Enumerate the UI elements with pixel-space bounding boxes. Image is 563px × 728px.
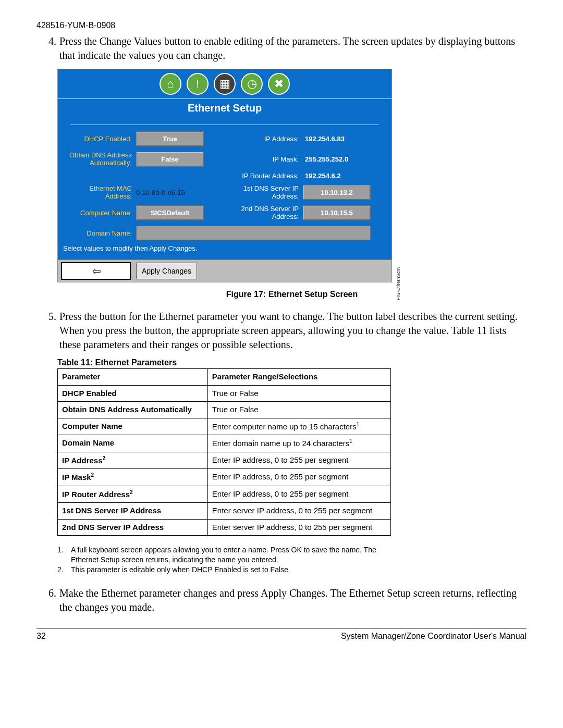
param-name: IP Address2: [58, 452, 208, 469]
param-range: Enter IP address, 0 to 255 per segment: [207, 469, 390, 486]
dns2-label: 2nd DNS Server IP Address:: [225, 205, 303, 220]
footnote: 2.This parameter is editable only when D…: [57, 565, 391, 575]
figure-block: ⌂ ! ▦ ◷ ✖ Ethernet Setup DHCP Enabled: T…: [57, 69, 527, 299]
col-range: Parameter Range/Selections: [207, 369, 390, 386]
ip-router-label: IP Router Address:: [225, 172, 303, 180]
ip-mask-label: IP Mask:: [225, 155, 303, 163]
step-6: 6. Make the Ethernet parameter changes a…: [36, 586, 527, 614]
param-range: Enter IP address, 0 to 255 per segment: [207, 486, 390, 503]
param-range: Enter server IP address, 0 to 255 per se…: [207, 503, 390, 520]
screen-bottom-bar: ⇦ Apply Changes: [58, 260, 391, 282]
arrow-left-icon: ⇦: [92, 266, 100, 276]
footnotes: 1.A full keyboard screen appears allowin…: [57, 545, 391, 575]
ethernet-setup-screen: ⌂ ! ▦ ◷ ✖ Ethernet Setup DHCP Enabled: T…: [57, 69, 392, 282]
table-row: IP Mask2Enter IP address, 0 to 255 per s…: [58, 469, 391, 486]
domain-name-label: Domain Name:: [63, 229, 136, 237]
param-name: IP Mask2: [58, 469, 208, 486]
table-row: DHCP EnabledTrue or False: [58, 385, 391, 402]
table-row: IP Router Address2Enter IP address, 0 to…: [58, 486, 391, 503]
step-number: 6.: [36, 586, 59, 614]
param-name: Computer Name: [58, 418, 208, 435]
ip-address-value: 192.254.6.83: [303, 135, 371, 143]
param-range: Enter IP address, 0 to 255 per segment: [207, 452, 390, 469]
param-range: True or False: [207, 385, 390, 402]
ip-router-value: 192.254.6.2: [303, 172, 371, 180]
table-row: Obtain DNS Address AutomaticallyTrue or …: [58, 402, 391, 418]
document-id: 428516-YUM-B-0908: [36, 21, 527, 30]
footnote: 1.A full keyboard screen appears allowin…: [57, 545, 391, 565]
step-5: 5. Press the button for the Ethernet par…: [36, 310, 527, 352]
param-name: IP Router Address2: [58, 486, 208, 503]
table-row: Computer NameEnter computer name up to 1…: [58, 418, 391, 435]
dns2-value-button[interactable]: 10.10.15.5: [303, 205, 371, 220]
dns1-value-button[interactable]: 10.10.13.2: [303, 185, 371, 200]
step-number: 4.: [36, 34, 59, 63]
domain-name-field[interactable]: [136, 226, 371, 240]
table-header-row: Parameter Parameter Range/Selections: [58, 369, 391, 386]
parameters-table: Parameter Parameter Range/Selections DHC…: [57, 368, 391, 536]
figure-internal-code: FIG-EthernScrn: [396, 267, 401, 300]
tools-icon[interactable]: ✖: [268, 73, 290, 95]
param-name: DHCP Enabled: [58, 385, 208, 402]
alert-icon[interactable]: !: [187, 73, 209, 95]
param-name: Domain Name: [58, 435, 208, 452]
step-4: 4. Press the Change Values button to ena…: [36, 34, 527, 63]
screen-topbar: ⌂ ! ▦ ◷ ✖: [58, 69, 391, 98]
dhcp-label: DHCP Enabled:: [63, 135, 136, 143]
dns-auto-label: Obtain DNS Address Automatically:: [63, 152, 136, 167]
page-number: 32: [36, 632, 46, 641]
manual-title: System Manager/Zone Coordinator User's M…: [341, 632, 527, 641]
page-footer: 32 System Manager/Zone Coordinator User'…: [36, 628, 527, 641]
step-number: 5.: [36, 310, 59, 352]
computer-name-button[interactable]: SICSDefault: [136, 205, 204, 220]
mac-value: 0-10-8d-0-e6-15: [136, 189, 204, 196]
table-row: 2nd DNS Server IP AddressEnter server IP…: [58, 519, 391, 536]
instruction-line: Select values to modify then Apply Chang…: [63, 240, 386, 254]
screen-title: Ethernet Setup: [58, 98, 391, 117]
mac-label: Ethernet MAC Address:: [63, 185, 136, 200]
step-text: Press the Change Values button to enable…: [59, 34, 527, 63]
table-row: IP Address2Enter IP address, 0 to 255 pe…: [58, 452, 391, 469]
computer-name-label: Computer Name:: [63, 209, 136, 217]
dns1-label: 1st DNS Server IP Address:: [225, 185, 303, 200]
param-name: Obtain DNS Address Automatically: [58, 402, 208, 418]
table-caption: Table 11: Ethernet Parameters: [57, 358, 527, 367]
ip-address-label: IP Address:: [225, 135, 303, 143]
home-icon[interactable]: ⌂: [160, 73, 181, 95]
step-text: Make the Ethernet parameter changes and …: [59, 586, 527, 614]
param-range: True or False: [207, 402, 390, 418]
param-range: Enter computer name up to 15 characters1: [207, 418, 390, 435]
param-name: 2nd DNS Server IP Address: [58, 519, 208, 536]
gauge-icon[interactable]: ◷: [241, 73, 263, 95]
back-button[interactable]: ⇦: [61, 262, 131, 280]
grid-icon[interactable]: ▦: [214, 73, 236, 95]
apply-changes-button[interactable]: Apply Changes: [136, 263, 197, 279]
param-name: 1st DNS Server IP Address: [58, 503, 208, 520]
step-text: Press the button for the Ethernet parame…: [59, 310, 527, 352]
figure-caption: Figure 17: Ethernet Setup Screen: [57, 290, 527, 299]
param-range: Enter server IP address, 0 to 255 per se…: [207, 519, 390, 536]
ip-mask-value: 255.255.252.0: [303, 155, 371, 163]
param-range: Enter domain name up to 24 characters1: [207, 435, 390, 452]
table-row: Domain NameEnter domain name up to 24 ch…: [58, 435, 391, 452]
dns-auto-value-button[interactable]: False: [136, 152, 204, 167]
table-row: 1st DNS Server IP AddressEnter server IP…: [58, 503, 391, 520]
col-parameter: Parameter: [58, 369, 208, 386]
dhcp-value-button[interactable]: True: [136, 131, 204, 146]
